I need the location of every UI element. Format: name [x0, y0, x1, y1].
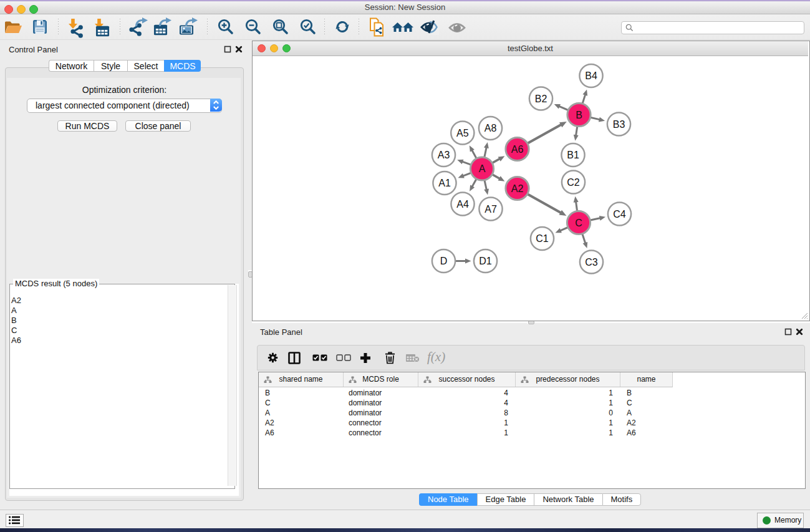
- svg-text:A8: A8: [485, 123, 497, 133]
- svg-text:A5: A5: [456, 128, 469, 138]
- svg-text:C1: C1: [536, 233, 549, 244]
- svg-text:D: D: [440, 256, 448, 266]
- svg-text:B: B: [576, 110, 582, 120]
- svg-text:C4: C4: [613, 209, 626, 220]
- svg-text:C2: C2: [567, 177, 580, 188]
- svg-text:A4: A4: [456, 199, 469, 210]
- svg-text:B1: B1: [567, 150, 579, 160]
- svg-text:C3: C3: [585, 257, 598, 268]
- svg-text:A1: A1: [438, 178, 451, 188]
- svg-text:D1: D1: [479, 256, 492, 266]
- svg-text:B4: B4: [585, 70, 597, 81]
- svg-text:A: A: [479, 163, 486, 174]
- svg-text:C: C: [575, 218, 582, 228]
- svg-text:A2: A2: [511, 183, 524, 194]
- svg-text:B3: B3: [613, 119, 625, 130]
- svg-text:A7: A7: [485, 204, 497, 215]
- svg-text:A3: A3: [438, 150, 450, 160]
- svg-text:B2: B2: [535, 94, 547, 104]
- svg-text:A6: A6: [511, 144, 524, 155]
